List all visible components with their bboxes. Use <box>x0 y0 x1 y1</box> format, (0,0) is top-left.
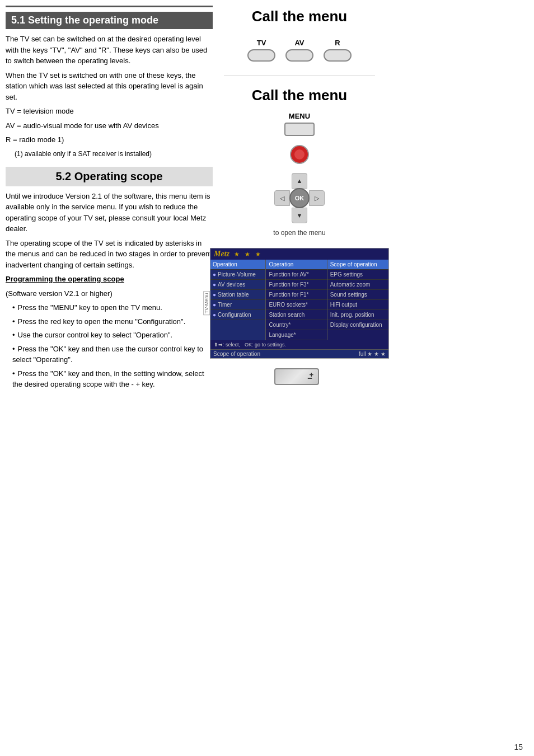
right-item-3: Sound settings <box>330 292 367 298</box>
mid-row-7[interactable]: Language* <box>266 330 326 340</box>
pm-shape[interactable]: + − <box>274 368 319 385</box>
menu-label: MENU <box>289 112 310 120</box>
tv-menu-body: Operation ● Picture-Volume ● AV devices <box>210 260 388 340</box>
mid-item-4: EURO sockets* <box>269 302 307 308</box>
call-menu-title-1: Call the menu <box>252 8 347 25</box>
tv-menu-top-row: Metz ★ ★ ★ <box>210 248 388 260</box>
scope-label: Scope of operation <box>213 351 260 357</box>
bullet-2: Press the red key to open the menu "Conf… <box>6 316 213 327</box>
right-item-6: Display configuration <box>330 322 382 328</box>
dpad-area: ▲ ▼ ◁ ▷ OK <box>274 173 325 223</box>
menu-button-area: MENU <box>284 112 315 136</box>
dpad-down[interactable]: ▼ <box>292 208 307 223</box>
bullet-1: Press the "MENU" key to open the TV menu… <box>6 302 213 313</box>
tv-menu-wrapper: Metz ★ ★ ★ Operation ● <box>210 245 389 359</box>
mid-row-3[interactable]: Function for F1* <box>266 290 326 300</box>
menu-item-av: AV devices <box>218 281 245 288</box>
plusminus-area: + − <box>274 367 325 392</box>
bullet-3: Use the cursor control key to select "Op… <box>6 330 213 341</box>
bullet-4: Press the "OK" key and then use the curs… <box>6 344 213 365</box>
right-row-6[interactable]: Display configuration <box>327 320 388 330</box>
plusminus-key: + − <box>274 367 325 392</box>
section-51: 5.1 Setting the operating mode The TV se… <box>6 6 213 159</box>
right-item-2: Automatic zoom <box>330 281 371 288</box>
menu-row-config[interactable]: ● Configuration <box>210 310 265 320</box>
right-row-4[interactable]: HiFi output <box>327 300 388 310</box>
section-51-header: 5.1 Setting the operating mode <box>6 12 213 29</box>
red-key-inner <box>294 149 305 159</box>
scope-row: Scope of operation full ★ ★ ★ <box>210 349 388 358</box>
ok-label: OK <box>295 195 305 201</box>
r-label: R <box>335 39 340 47</box>
dpad-left[interactable]: ◁ <box>274 190 290 206</box>
metz-logo: Metz <box>214 250 229 259</box>
menu-row-timer[interactable]: ● Timer <box>210 300 265 310</box>
tv-av-r-buttons: TV AV R <box>247 39 352 62</box>
mid-row-2[interactable]: Function for F3* <box>266 280 326 290</box>
bottom-right: OK: go to settings. <box>245 342 286 348</box>
mid-item-1: Function for AV* <box>269 271 309 278</box>
para-1: The TV set can be switched on at the des… <box>6 34 213 67</box>
av-button[interactable] <box>285 49 313 62</box>
right-row-2[interactable]: Automatic zoom <box>327 280 388 290</box>
station-icon: ● <box>213 292 216 298</box>
menu-row-av[interactable]: ● AV devices <box>210 280 265 290</box>
mid-row-0[interactable]: Operation <box>266 260 326 270</box>
timer-icon: ● <box>213 302 216 308</box>
version-note: (Software version V2.1 or higher) <box>6 288 213 299</box>
mid-item-3: Function for F1* <box>269 292 308 298</box>
dpad-ok[interactable]: OK <box>289 188 310 208</box>
red-key-icon[interactable] <box>290 145 309 164</box>
section-52-body: Until we introduce Version 2.1 of the so… <box>6 191 213 390</box>
section-52-title: 5.2 Operating scope <box>55 170 162 182</box>
r-button[interactable] <box>324 49 352 62</box>
mid-item-0: Operation <box>269 261 293 267</box>
divider <box>224 76 375 76</box>
right-item-1: EPG settings <box>330 271 363 278</box>
right-item-5: Init. prog. position <box>330 312 374 318</box>
dpad-right[interactable]: ▷ <box>309 190 325 206</box>
section-51-title: 5.1 Setting the operating mode <box>11 15 158 26</box>
right-row-0[interactable]: Scope of operation <box>327 260 388 270</box>
section-52-header: 5.2 Operating scope <box>6 167 213 186</box>
r-button-group: R <box>324 39 352 62</box>
menu-row-picture[interactable]: ● Picture-Volume <box>210 270 265 280</box>
mid-row-5[interactable]: Station search <box>266 310 326 320</box>
menu-row-station[interactable]: ● Station table <box>210 290 265 300</box>
tv-menu-bottom-row: ⬆➡: select, OK: go to settings. <box>210 340 388 349</box>
config-icon: ● <box>213 312 216 318</box>
menu-item-station: Station table <box>218 292 249 298</box>
bullet-5: Press the "OK" key and then, in the sett… <box>6 368 213 390</box>
para-footnote: (1) available only if a SAT receiver is … <box>6 149 213 159</box>
page-number: 15 <box>0 738 534 756</box>
menu-row-operation[interactable]: Operation <box>210 260 265 270</box>
scope-value: full ★ ★ ★ <box>359 351 386 357</box>
para-2: When the TV set is switched on with one … <box>6 70 213 103</box>
mid-row-1[interactable]: Function for AV* <box>266 270 326 280</box>
picture-icon: ● <box>213 271 216 278</box>
tv-label: TV <box>257 39 266 47</box>
mid-row-4[interactable]: EURO sockets* <box>266 300 326 310</box>
right-item-0: Scope of operation <box>330 261 377 267</box>
bottom-left: ⬆➡: select, <box>214 342 240 348</box>
para-av: AV = audio-visual mode for use with AV d… <box>6 120 213 132</box>
menu-item-config: Configuration <box>218 312 251 318</box>
right-row-5[interactable]: Init. prog. position <box>327 310 388 320</box>
tv-button-group: TV <box>247 39 275 62</box>
av-icon: ● <box>213 281 216 288</box>
call-menu-title-2: Call the menu <box>252 87 347 104</box>
tv-menu-mid-col: Operation Function for AV* Function for … <box>266 260 327 340</box>
mid-item-5: Station search <box>269 312 305 318</box>
red-key-area <box>290 145 309 164</box>
mid-row-6[interactable]: Country* <box>266 320 326 330</box>
menu-item-timer: Timer <box>218 302 232 308</box>
tv-menu-right-col: Scope of operation EPG settings Automati… <box>327 260 388 340</box>
menu-stars: ★ ★ ★ <box>234 251 263 258</box>
programming-title: Programming the operating scope <box>6 274 213 285</box>
right-row-3[interactable]: Sound settings <box>327 290 388 300</box>
tv-button[interactable] <box>247 49 275 62</box>
right-row-1[interactable]: EPG settings <box>327 270 388 280</box>
menu-button[interactable] <box>284 123 315 136</box>
dpad: ▲ ▼ ◁ ▷ OK <box>274 173 325 223</box>
dpad-up[interactable]: ▲ <box>292 173 307 189</box>
